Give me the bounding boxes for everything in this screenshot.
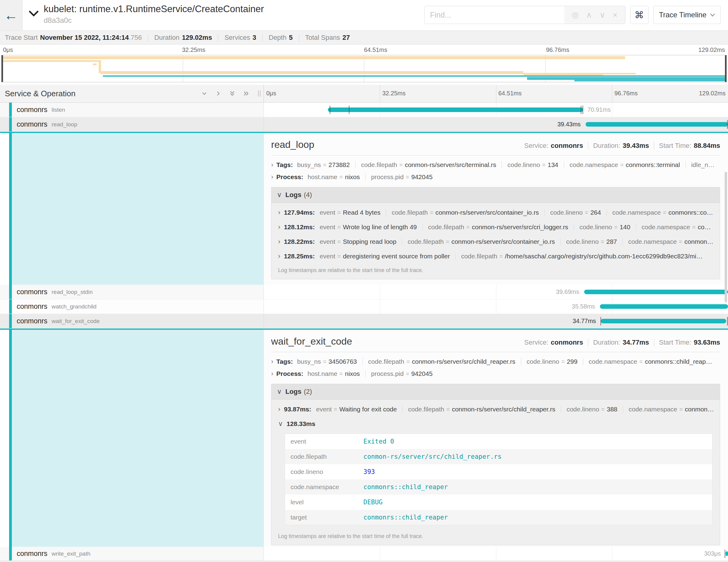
find-input[interactable] [425,6,564,24]
tag-value: 299 [567,358,577,365]
trace-summary-bar: Trace Start November 15 2022, 11:24:14 .… [0,31,728,45]
services-value: 3 [253,34,256,42]
trace-start-fraction: .756 [129,34,142,42]
span-timeline-cell[interactable]: 303μs [264,547,728,561]
minimap-drag-handle-right[interactable] [725,55,726,82]
minimap-tick: 96.76ms [546,46,570,53]
span-name-cell[interactable]: conmonrs listen [0,103,264,117]
keyboard-shortcuts-button[interactable]: ⌘ [630,6,648,24]
log-timestamp: 128.33ms [287,420,315,427]
detail-meta: Service:conmonrs Duration:34.77ms Start … [524,339,720,346]
service-label: Service: [524,142,548,150]
log-entry[interactable]: › 93.87ms: event=Waiting for exit code c… [276,402,716,417]
expand-all-icon[interactable] [243,90,250,97]
logs-note: Log timestamps are relative to the start… [276,530,716,544]
match-case-icon[interactable]: ◎ [572,10,579,20]
tag-key: code.namespace [589,358,637,365]
duration-label: Duration: [593,142,620,150]
log-entry[interactable]: › 128.12ms: event=Wrote log line of leng… [276,220,716,234]
tag-value: conmon-rs/server/src/child_reaper.rs [412,358,515,365]
field-value: conmonrs::child_reaper [363,483,448,491]
span-name-cell[interactable]: conmonrs read_loop_stdin [0,285,264,299]
span-duration-label: 39.43ms [264,117,581,131]
process-label: Process: [276,370,303,377]
duration-value: 129.02ms [182,34,212,42]
log-timestamp: 128.25ms: [284,253,315,260]
span-timeline-cell[interactable]: 39.43ms [264,117,728,132]
span-duration-label: 34.77ms [264,314,596,328]
span-timeline-cell[interactable]: 35.58ms [264,299,728,314]
span-duration-label: 39.69ms [264,285,579,299]
span-name-cell[interactable]: conmonrs read_loop [0,117,264,132]
collapse-all-icon[interactable] [229,90,236,97]
span-timeline-cell[interactable]: 39.69ms [264,285,728,299]
service-color-bar [9,330,12,547]
span-bar[interactable] [600,304,728,309]
minimap-tick: 64.51ms [364,46,387,53]
duration-label: Duration: [593,339,620,346]
logs-label: Logs [285,191,301,199]
field-key: code.lineno [291,468,363,475]
chevron-down-icon: ∨ [278,420,283,428]
view-selector-button[interactable]: Trace Timeline [653,6,721,24]
prev-match-icon[interactable]: ∧ [586,10,592,20]
clear-search-icon[interactable]: × [613,10,617,20]
log-entry[interactable]: › 128.22ms: event=Stopping read loop cod… [276,234,716,249]
span-row-read-loop-stdin: conmonrs read_loop_stdin 39.69ms [0,285,728,299]
back-button[interactable]: ← [0,0,22,30]
span-name-cell[interactable]: conmonrs wait_for_exit_code [0,314,264,329]
minimap-span-bar [93,63,97,65]
minimap-tick: 129.02ms [698,46,725,53]
total-spans-value: 27 [342,34,350,42]
next-match-icon[interactable]: ∨ [600,10,605,20]
chevron-right-icon: › [278,209,280,216]
chevron-right-icon: › [278,405,280,413]
span-bar[interactable] [726,551,728,556]
tags-accordion[interactable]: › Tags: busy_ns=34506763 code.filepath=c… [271,358,720,366]
log-entry-expanded[interactable]: ∨ 128.33ms [276,417,716,431]
chevron-right-icon: › [271,358,273,366]
tag-value: conmonrs::terminal [626,161,680,169]
column-resize-handle[interactable] [258,90,260,97]
service-color-bar [9,285,12,299]
process-accordion[interactable]: › Process: host.name=nixos process.pid=9… [271,173,720,181]
minimap-drag-handle-left[interactable] [2,55,3,82]
tag-value: conmon-rs/server/src/terminal.rs [405,161,496,169]
process-accordion[interactable]: › Process: host.name=nixos process.pid=9… [271,370,720,378]
detail-operation-title: wait_for_exit_code [271,336,352,347]
trace-title-block: kubelet: runtime.v1.RuntimeService/Creat… [44,0,264,30]
start-time-label: Start Time: [659,142,691,150]
ruler-tick: 129.02ms [699,90,726,97]
log-entry[interactable]: › 128.25ms: event=deregistering event so… [276,249,716,264]
tag-key: busy_ns [297,358,321,365]
span-bar[interactable] [601,319,726,323]
span-timeline-cell[interactable]: 34.77ms [264,314,728,329]
logs-accordion-header[interactable]: ∨ Logs (2) [271,384,720,400]
service-value: conmonrs [551,339,583,346]
span-duration-label: 35.58ms [264,299,595,314]
tags-accordion[interactable]: › Tags: busy_ns=273882 code.filepath=con… [271,161,720,169]
span-bar[interactable] [328,107,583,112]
collapse-trace-header-icon[interactable] [29,10,39,30]
span-detail-read-loop: read_loop Service:conmonrs Duration:39.4… [0,133,728,285]
chevron-down-icon: ∨ [277,388,282,396]
span-bar[interactable] [586,122,728,127]
expand-one-icon[interactable] [215,90,222,97]
top-controls: ◎ ∧ ∨ × ⌘ Trace Timeline [424,6,721,24]
collapse-one-icon[interactable] [201,90,208,97]
logs-count: (4) [304,191,312,199]
minimap-span-bar [100,71,524,74]
log-entry[interactable]: › 127.94ms: event=Read 4 bytes code.file… [276,205,716,220]
field-value: conmonrs::child_reaper [363,514,448,521]
logs-accordion-header[interactable]: ∨ Logs (4) [271,187,720,203]
span-timeline-cell[interactable]: 70.91ms [264,103,728,117]
duration-label: Duration [154,34,179,42]
scrollbar-thumb[interactable] [725,172,727,302]
span-bar[interactable] [584,290,728,294]
minimap-canvas[interactable] [1,55,727,82]
field-key: code.namespace [291,483,363,491]
span-name-cell[interactable]: conmonrs write_exit_path [0,547,264,561]
operation-name: write_exit_path [52,550,90,557]
chevron-right-icon: › [271,173,273,181]
span-name-cell[interactable]: conmonrs watch_grandchild [0,299,264,314]
